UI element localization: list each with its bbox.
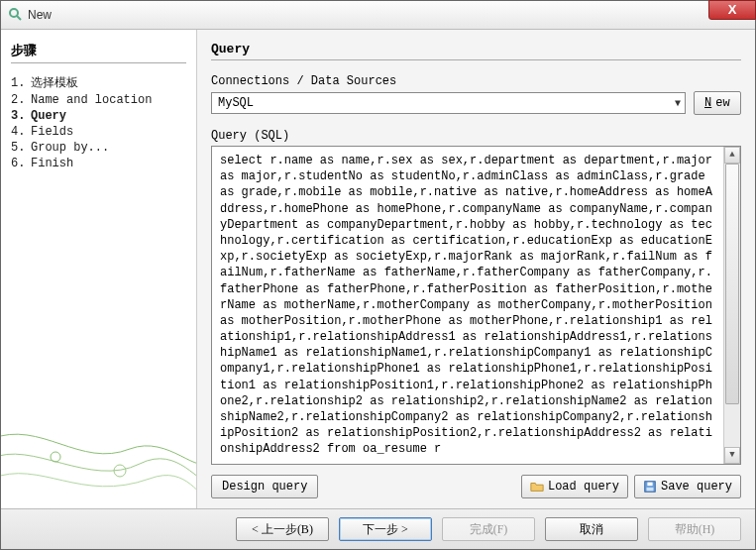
finish-button: 完成(F) (442, 517, 535, 541)
step-item: 2.Name and location (11, 92, 186, 108)
scroll-track[interactable] (724, 164, 740, 447)
scroll-thumb[interactable] (725, 164, 739, 404)
query-label: Query (SQL) (211, 129, 741, 143)
step-item: 4.Fields (11, 124, 186, 140)
query-textarea-wrap: select r.name as name,r.sex as sex,r.dep… (211, 146, 741, 465)
page-title: Query (211, 42, 741, 56)
save-query-button[interactable]: Save query (634, 475, 741, 498)
main-panel: Query Connections / Data Sources MySQL ▼… (197, 30, 755, 508)
folder-open-icon (530, 480, 544, 494)
load-query-button[interactable]: Load query (521, 475, 628, 498)
svg-point-2 (51, 452, 60, 462)
back-button[interactable]: < 上一步(B) (236, 517, 329, 541)
titlebar[interactable]: New X (1, 1, 755, 29)
connections-label: Connections / Data Sources (211, 74, 741, 88)
next-button[interactable]: 下一步 > (339, 517, 432, 541)
step-item: 5.Group by... (11, 140, 186, 156)
query-textarea[interactable]: select r.name as name,r.sex as sex,r.dep… (212, 147, 723, 464)
sidebar: 步骤 1.选择模板 2.Name and location 3.Query 4.… (1, 30, 197, 508)
chevron-down-icon: ▼ (675, 98, 681, 109)
svg-point-3 (114, 465, 126, 477)
svg-point-0 (10, 9, 18, 17)
new-connection-button[interactable]: NNewew (694, 91, 741, 115)
step-item: 1.选择模板 (11, 73, 186, 92)
design-query-button[interactable]: Design query (211, 475, 318, 498)
decorative-swirl (1, 409, 197, 508)
steps-list: 1.选择模板 2.Name and location 3.Query 4.Fie… (11, 73, 186, 171)
svg-rect-5 (647, 483, 652, 487)
scroll-up-icon[interactable]: ▲ (724, 147, 740, 164)
svg-line-1 (17, 16, 21, 20)
connection-select[interactable]: MySQL ▼ (211, 92, 686, 114)
steps-heading: 步骤 (11, 42, 186, 59)
app-icon (7, 7, 23, 23)
cancel-button[interactable]: 取消 (545, 517, 638, 541)
body: 步骤 1.选择模板 2.Name and location 3.Query 4.… (1, 29, 755, 508)
connection-selected: MySQL (218, 96, 254, 110)
footer: < 上一步(B) 下一步 > 完成(F) 取消 帮助(H) (1, 508, 755, 549)
step-item-current: 3.Query (11, 108, 186, 124)
window-title: New (28, 8, 52, 22)
help-button: 帮助(H) (648, 517, 741, 541)
divider (11, 62, 186, 63)
divider (211, 59, 741, 60)
wizard-window: New X 步骤 1.选择模板 2.Name and location 3.Qu… (0, 0, 756, 550)
scroll-down-icon[interactable]: ▼ (724, 447, 740, 464)
scrollbar[interactable]: ▲ ▼ (723, 147, 740, 464)
step-item: 6.Finish (11, 156, 186, 171)
floppy-save-icon (643, 480, 657, 494)
svg-rect-6 (646, 488, 653, 492)
close-button[interactable]: X (708, 0, 756, 20)
